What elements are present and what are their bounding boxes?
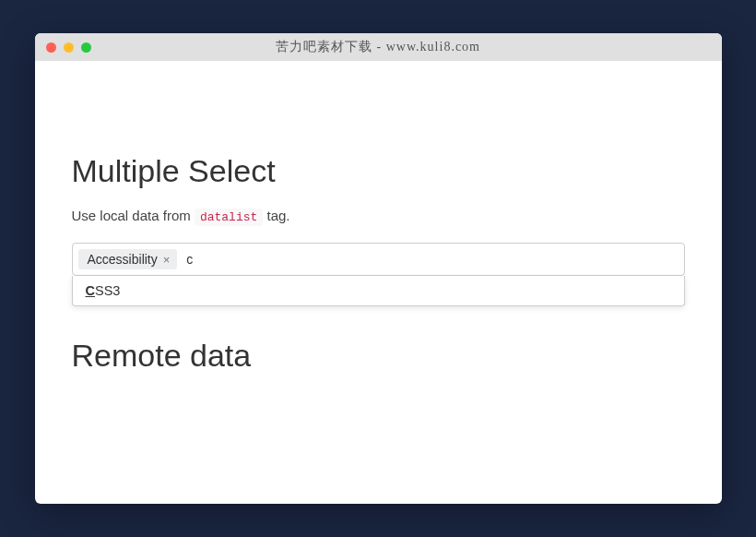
- minimize-icon[interactable]: [64, 42, 74, 53]
- suggestion-dropdown: CSS3: [72, 276, 685, 306]
- description-suffix: tag.: [263, 208, 289, 223]
- content-area: Multiple Select Use local data from data…: [35, 61, 722, 504]
- tag-remove-icon[interactable]: ×: [163, 254, 171, 266]
- tag-label: Accessibility: [88, 252, 158, 267]
- description: Use local data from datalist tag.: [72, 208, 685, 224]
- traffic-lights: [46, 42, 91, 53]
- browser-window: 苦力吧素材下载 - www.kuli8.com Multiple Select …: [35, 33, 722, 504]
- maximize-icon[interactable]: [81, 42, 91, 53]
- titlebar: 苦力吧素材下载 - www.kuli8.com: [35, 33, 722, 61]
- section-title-remote-data: Remote data: [72, 338, 252, 374]
- suggestion-match: C: [86, 283, 95, 298]
- multiselect-input-box[interactable]: Accessibility ×: [72, 243, 685, 276]
- multiselect-container: Accessibility × CSS3: [72, 243, 685, 276]
- selected-tag: Accessibility ×: [78, 249, 178, 269]
- window-title: 苦力吧素材下载 - www.kuli8.com: [35, 39, 722, 55]
- suggestion-rest: SS3: [95, 283, 120, 298]
- search-input[interactable]: [183, 250, 678, 268]
- description-prefix: Use local data from: [72, 208, 195, 223]
- description-code: datalist: [195, 209, 263, 226]
- page-title: Multiple Select: [72, 153, 685, 189]
- suggestion-item[interactable]: CSS3: [73, 276, 684, 305]
- close-icon[interactable]: [46, 42, 56, 53]
